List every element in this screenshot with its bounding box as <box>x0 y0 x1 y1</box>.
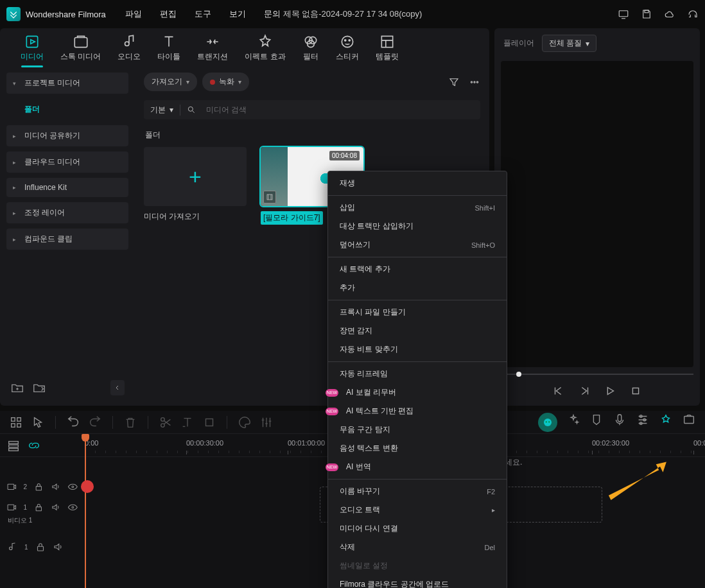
ctx-label: 자동 리프레임 <box>340 368 388 379</box>
sidebar-item-compound[interactable]: ▸컴파운드 클립 <box>6 229 128 250</box>
crop-icon[interactable] <box>202 415 216 429</box>
sidebar-item-adjust[interactable]: ▸조정 레이어 <box>6 202 128 223</box>
ctx-label: 음성 텍스트 변환 <box>340 443 398 454</box>
tab-transitions[interactable]: 트랜지션 <box>193 32 232 67</box>
svg-point-26 <box>544 419 552 426</box>
tab-filters[interactable]: 필터 <box>299 32 323 67</box>
record-button[interactable]: 녹화▾ <box>202 73 249 91</box>
tab-stock[interactable]: 스톡 미디어 <box>57 32 105 67</box>
mixer-icon[interactable] <box>636 413 650 427</box>
more-icon[interactable] <box>469 76 480 88</box>
ctx-label: 삽입 <box>340 202 355 213</box>
ctx-item[interactable]: 새 트랙에 추가 <box>328 260 507 279</box>
open-folder-icon[interactable] <box>32 381 46 395</box>
magic-icon[interactable] <box>659 413 673 427</box>
palette-icon[interactable] <box>238 415 252 429</box>
ctx-item[interactable]: 프록시 파일 만들기 <box>328 303 507 322</box>
monitor-icon[interactable] <box>618 8 629 20</box>
marker-icon[interactable] <box>589 413 604 427</box>
eye-icon[interactable] <box>67 501 78 513</box>
menu-edit[interactable]: 편집 <box>160 8 177 20</box>
ctx-item[interactable]: 삭제Del <box>328 538 507 557</box>
ctx-item[interactable]: 대상 트랙만 삽입하기 <box>328 217 507 236</box>
ctx-item[interactable]: 미디어 다시 연결 <box>328 519 507 538</box>
ctx-item[interactable]: 무음 구간 탐지 <box>328 420 507 439</box>
adjust-icon[interactable] <box>259 415 274 429</box>
track-stack-icon[interactable] <box>6 438 21 453</box>
ctx-item[interactable]: 자동 리프레임 <box>328 365 507 383</box>
tab-stickers[interactable]: 스티커 <box>332 32 363 67</box>
playhead[interactable] <box>85 434 86 588</box>
sidebar-item-folder[interactable]: 폴더 <box>18 99 128 120</box>
sidebar-item-project-media[interactable]: ▾프로젝트 미디어 <box>6 73 128 94</box>
screenshot-icon[interactable] <box>682 413 696 427</box>
save-icon[interactable] <box>641 8 652 20</box>
player-tab-label: 플레이어 <box>503 38 534 49</box>
ctx-item[interactable]: 재생 <box>328 174 507 193</box>
headset-icon[interactable] <box>687 8 699 20</box>
ctx-item[interactable]: 자동 비트 맞추기 <box>328 340 507 359</box>
filter-icon[interactable] <box>448 76 460 88</box>
mute-icon[interactable] <box>53 541 64 553</box>
ctx-item[interactable]: NEWAI 보컬 리무버 <box>328 383 507 402</box>
folder-heading: 폴더 <box>145 130 480 141</box>
new-folder-icon[interactable] <box>10 381 24 395</box>
mic-icon[interactable] <box>613 413 627 427</box>
tab-audio[interactable]: 오디오 <box>114 32 144 67</box>
collapse-sidebar-button[interactable] <box>110 380 125 395</box>
video-track-icon <box>6 501 17 513</box>
grid-view-icon[interactable] <box>9 415 23 429</box>
menu-view[interactable]: 보기 <box>229 8 246 20</box>
tab-templates[interactable]: 템플릿 <box>372 32 403 67</box>
lock-icon[interactable] <box>35 541 46 553</box>
tab-media[interactable]: 미디어 <box>17 32 48 67</box>
link-icon[interactable] <box>27 438 41 453</box>
ai-button[interactable] <box>538 413 557 432</box>
ctx-item[interactable]: 덮어쓰기Shift+O <box>328 236 507 254</box>
redo-icon[interactable] <box>88 415 102 429</box>
svg-rect-34 <box>9 441 19 444</box>
menu-help[interactable]: 문의 <box>264 8 281 20</box>
search-input[interactable] <box>202 104 474 116</box>
sidebar-item-cloud[interactable]: ▸클라우드 미디어 <box>6 151 128 173</box>
ctx-item[interactable]: 장면 감지 <box>328 322 507 340</box>
ctx-item[interactable]: Filmora 클라우드 공간에 업로드 <box>328 575 507 588</box>
ruler-tick: 00:01:00:00 <box>288 439 325 447</box>
ctx-item[interactable]: NEWAI 번역 <box>328 458 507 476</box>
sparkle-icon[interactable] <box>566 413 580 427</box>
lock-icon[interactable] <box>33 501 44 513</box>
ctx-item[interactable]: 삽입Shift+I <box>328 198 507 217</box>
undo-icon[interactable] <box>66 415 80 429</box>
text-tool-icon[interactable] <box>180 415 195 429</box>
sort-select[interactable]: 기본▾ <box>150 105 180 116</box>
ctx-item[interactable]: 이름 바꾸기F2 <box>328 482 507 501</box>
tab-titles[interactable]: 타이틀 <box>153 32 184 67</box>
ctx-item[interactable]: 오디오 트랙▸ <box>328 501 507 519</box>
sidebar-item-influence[interactable]: ▸Influence Kit <box>6 178 128 197</box>
cursor-icon[interactable] <box>31 415 45 429</box>
ctx-label: AI 보컬 리무버 <box>346 387 396 398</box>
ctx-label: 장면 감지 <box>340 325 372 336</box>
play-icon[interactable] <box>603 384 617 398</box>
eye-icon[interactable] <box>67 481 78 492</box>
menu-tools[interactable]: 도구 <box>195 8 211 20</box>
ctx-item[interactable]: 음성 텍스트 변환 <box>328 439 507 458</box>
trash-icon[interactable] <box>123 415 137 429</box>
lock-icon[interactable] <box>33 481 44 492</box>
import-button[interactable]: 가져오기▾ <box>144 73 197 91</box>
player-progress[interactable] <box>501 372 693 376</box>
mute-icon[interactable] <box>51 501 62 513</box>
stop-icon[interactable] <box>629 384 643 398</box>
ctx-item[interactable]: 추가 <box>328 279 507 297</box>
scissors-icon[interactable] <box>159 415 173 429</box>
quality-select[interactable]: 전체 품질▾ <box>542 35 596 52</box>
prev-frame-icon[interactable] <box>552 384 566 398</box>
sidebar-item-share[interactable]: ▸미디어 공유하기 <box>6 125 128 146</box>
ctx-item[interactable]: NEWAI 텍스트 기반 편집 <box>328 402 507 420</box>
next-frame-icon[interactable] <box>577 384 591 398</box>
menu-file[interactable]: 파일 <box>125 8 142 20</box>
mute-icon[interactable] <box>51 481 62 492</box>
tab-effects[interactable]: 이펙트 효과 <box>241 32 289 67</box>
import-media-card[interactable]: + 미디어 가져오기 <box>144 147 247 225</box>
cloud-icon[interactable] <box>664 8 675 20</box>
